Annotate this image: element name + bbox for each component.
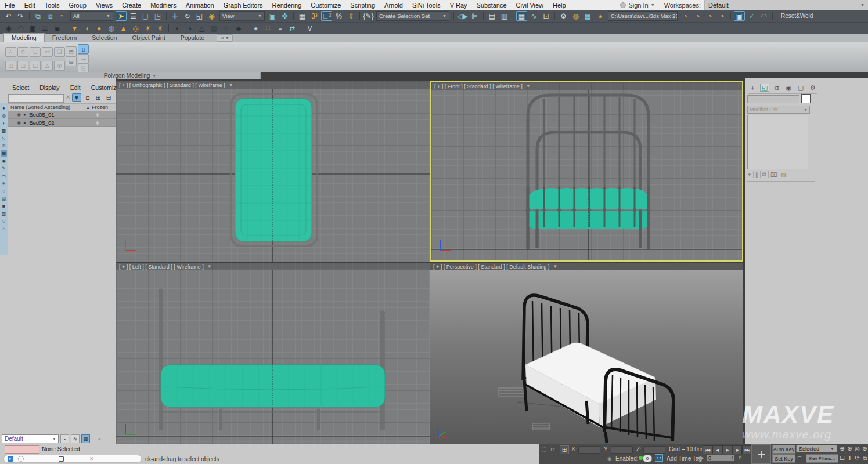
light-dome-icon[interactable]: ◖ [81, 23, 92, 33]
keyboard-override-icon[interactable]: ▦ [297, 11, 308, 21]
modifier-list-dropdown[interactable]: Modifier List ▼ [747, 106, 810, 114]
explorer-row[interactable]: ◉●Bed05_02✻ [7, 119, 116, 127]
record-idle-icon[interactable] [18, 456, 24, 462]
gray-sphere-icon[interactable]: ● [250, 23, 261, 33]
poly-tool-button[interactable]: ◻ [30, 47, 41, 57]
poly-tool-button[interactable]: ▭ [42, 47, 53, 57]
render-preset-a-icon[interactable]: ◔ [680, 11, 691, 21]
object-name[interactable]: Bed05_01 [29, 111, 54, 118]
next-frame-button[interactable]: |▶ [732, 445, 742, 454]
review-check-icon[interactable]: ✓ [746, 11, 757, 21]
viewport-left[interactable]: [ + ] [ Left ] [ Standard ] [ Wireframe … [116, 263, 430, 444]
scene-script-icon[interactable]: ⚙ [558, 11, 569, 21]
named-selection-dropdown[interactable]: Create Selection Set▼ [376, 11, 449, 21]
active-layer-dropdown[interactable]: Default ▼ [2, 434, 59, 443]
layer-manager-icon[interactable]: ≋ [71, 434, 80, 443]
autosave-icon[interactable]: ▣ [734, 11, 745, 21]
poly-tool-button[interactable]: ⬓ [66, 56, 77, 66]
rollout-scroll-line[interactable] [809, 183, 809, 441]
go-to-end-button[interactable]: ▶▶| [742, 445, 752, 454]
maximize-viewport-icon[interactable]: ⧉ [861, 454, 868, 462]
x-coordinate-field[interactable] [578, 446, 600, 454]
collapse-all-icon[interactable]: ⊟ [104, 93, 113, 102]
viewport-label[interactable]: [ + ] [ Orthographic ] [ Standard ] [ Wi… [116, 81, 430, 89]
menu-arnold[interactable]: Arnold [380, 1, 408, 9]
menu-rendering[interactable]: Rendering [268, 1, 307, 9]
front-view-canvas[interactable] [431, 82, 742, 260]
display-filter-icon[interactable]: ◺ [1, 135, 7, 142]
ribbon-tab-freeform[interactable]: Freeform [45, 34, 85, 42]
stop-icon[interactable] [59, 456, 64, 462]
display-filter-icon[interactable]: ▦ [1, 150, 7, 157]
poly-tool-button[interactable]: ⊶ [78, 54, 89, 64]
selection-filter-dropdown[interactable]: All▼ [70, 11, 113, 21]
selection-lock-icon[interactable]: ◘ [551, 446, 554, 452]
poly-tool-button[interactable]: ◳ [5, 61, 16, 71]
light-burst-icon[interactable]: ✳ [154, 23, 165, 33]
key-mode-icon[interactable]: ¤ [739, 455, 742, 461]
filter-funnel-icon[interactable]: ▼ [229, 82, 233, 88]
explorer-row[interactable]: ◉●Bed05_01✻ [7, 111, 116, 119]
sphere-dark-icon[interactable]: ◑ [184, 23, 195, 33]
poly-tool-button[interactable]: ▯ [78, 44, 89, 54]
display-filter-icon[interactable]: ▩ [1, 127, 7, 135]
fire-sphere-icon[interactable]: ◈ [233, 23, 244, 33]
render-preset-d-icon[interactable]: ◔ [716, 11, 727, 21]
viewport-label[interactable]: [ + ] [ Left ] [ Standard ] [ Wireframe … [116, 263, 430, 270]
filter-funnel-icon[interactable]: ▼ [207, 264, 212, 269]
percent-snap-icon[interactable]: % [333, 11, 344, 21]
set-key-button[interactable]: Set Key [772, 454, 795, 463]
object-name[interactable]: Bed05_02 [29, 119, 54, 126]
filter-funnel-icon[interactable]: ▼ [553, 264, 557, 269]
zoom-extents-icon[interactable]: ◎ [853, 445, 861, 452]
display-filter-icon[interactable]: ▭ [1, 172, 7, 180]
maxscript-mini-listener[interactable] [5, 445, 39, 454]
align-icon[interactable]: ⊫ [469, 11, 480, 21]
reset-weld-script-button[interactable]: Reset&Weld [781, 13, 813, 19]
frozen-column-header[interactable]: Frozen [92, 104, 108, 110]
sun-light-icon[interactable]: ☀ [142, 23, 153, 33]
poly-tool-button[interactable]: ◰ [17, 61, 28, 71]
screen-capture-overlay[interactable]: ▸ ✕ [3, 455, 142, 463]
snap-3d-icon[interactable]: 3³ [309, 11, 320, 21]
ortho-top-canvas[interactable] [116, 81, 430, 262]
go-to-start-button[interactable]: |◀◀ [703, 445, 712, 454]
configure-modifier-sets-icon[interactable]: ▨ [781, 172, 786, 178]
zoom-region-icon[interactable]: ⊡ [838, 454, 846, 462]
ribbon-tab-populate[interactable]: Populate [173, 34, 212, 42]
select-and-rotate-icon[interactable]: ↻ [182, 11, 193, 21]
capture-app-icon[interactable]: ▸ [8, 456, 13, 462]
select-object-icon[interactable]: ➤ [116, 11, 127, 21]
camera-icon[interactable]: ◙ [52, 23, 63, 33]
key-filters-button[interactable]: Key Filters... [806, 454, 838, 463]
explorer-column-headers[interactable]: Name (Sorted Ascending) ▲ Frozen [7, 103, 116, 111]
menu-graph-editors[interactable]: Graph Editors [219, 1, 268, 9]
object-name-field[interactable] [747, 95, 799, 103]
select-and-scale-icon[interactable]: ◱ [194, 11, 205, 21]
modifier-stack[interactable] [747, 115, 808, 169]
reference-coordinate-dropdown[interactable]: View▼ [219, 11, 265, 21]
ribbon-tab-selection[interactable]: Selection [84, 34, 124, 42]
display-filter-icon[interactable]: ▽ [1, 217, 7, 225]
layer-explorer-toggle-icon[interactable]: ▥ [499, 11, 510, 21]
poly-tool-button[interactable]: ◇ [17, 47, 28, 57]
undo-icon[interactable]: ↶ [3, 11, 14, 21]
menu-substance[interactable]: Substance [472, 1, 512, 9]
sign-in-button[interactable]: Sign In ▼ [614, 2, 660, 9]
enabled-count[interactable]: 0 [643, 455, 652, 462]
display-filter-icon[interactable]: ▥ [1, 210, 7, 217]
pin-stack-icon[interactable]: ⌖ [748, 171, 751, 178]
ribbon-toggle-icon[interactable]: ▦ [516, 11, 527, 21]
ribbon-tab-modeling[interactable]: Modeling [3, 33, 45, 42]
pan-icon[interactable]: ✛ [846, 454, 853, 462]
select-and-manipulate-icon[interactable]: ✜ [279, 11, 290, 21]
scatter-icon[interactable]: ▤ [208, 23, 219, 33]
display-filter-icon[interactable]: ◉ [1, 157, 7, 165]
visibility-eye-icon[interactable]: ◉ [17, 120, 21, 125]
spinner-icon[interactable]: ⇕ [730, 456, 734, 461]
lock-explorer-icon[interactable]: ◘ [83, 93, 92, 102]
close-icon[interactable]: ✕ [89, 456, 94, 462]
select-and-move-icon[interactable]: ✛ [170, 11, 181, 21]
render-preset-c-icon[interactable]: ◔ [704, 11, 715, 21]
explorer-menu-edit[interactable]: Edit [65, 84, 86, 91]
